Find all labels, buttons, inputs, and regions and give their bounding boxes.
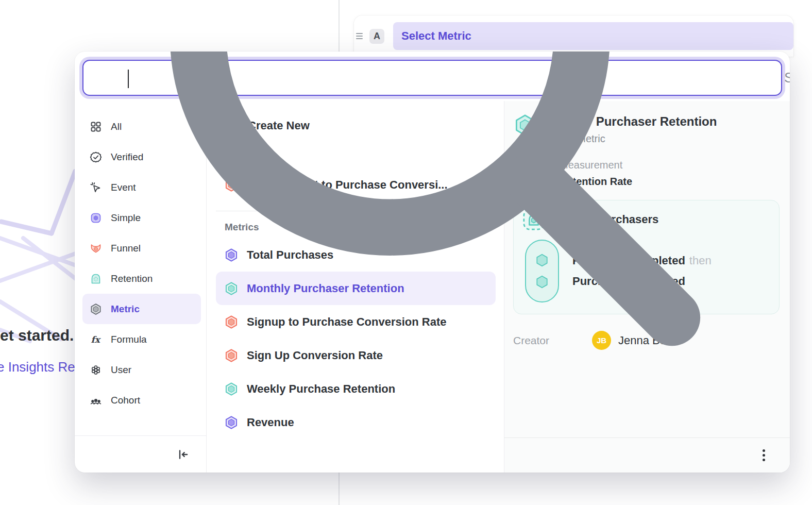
- detail-footer: [504, 437, 790, 473]
- kebab-icon: [763, 449, 765, 452]
- search-input[interactable]: [784, 70, 790, 86]
- background-insights-link[interactable]: e Insights Re: [0, 359, 75, 375]
- search-icon: [94, 52, 771, 416]
- select-metric-button[interactable]: Select Metric: [393, 22, 793, 50]
- metric-item-label: Revenue: [247, 416, 294, 429]
- sidebar-footer: [75, 435, 206, 473]
- background-chart-decoration: [0, 165, 82, 350]
- hex-purple-icon: [224, 415, 239, 430]
- metric-picker-modal: AllVerifiedEventSimpleFunnelRetentionMet…: [75, 52, 790, 473]
- drag-handle-icon[interactable]: [356, 33, 365, 39]
- metric-letter-badge: A: [369, 29, 384, 44]
- select-metric-label: Select Metric: [401, 29, 471, 43]
- search-box[interactable]: [82, 60, 782, 96]
- background-heading: et started.: [0, 327, 74, 344]
- text-caret: [128, 70, 129, 88]
- select-metric-card: A Select Metric: [354, 15, 793, 57]
- collapse-icon: [176, 448, 190, 461]
- search-area: [82, 60, 782, 96]
- collapse-sidebar-button[interactable]: [174, 446, 192, 463]
- more-options-button[interactable]: [755, 447, 772, 464]
